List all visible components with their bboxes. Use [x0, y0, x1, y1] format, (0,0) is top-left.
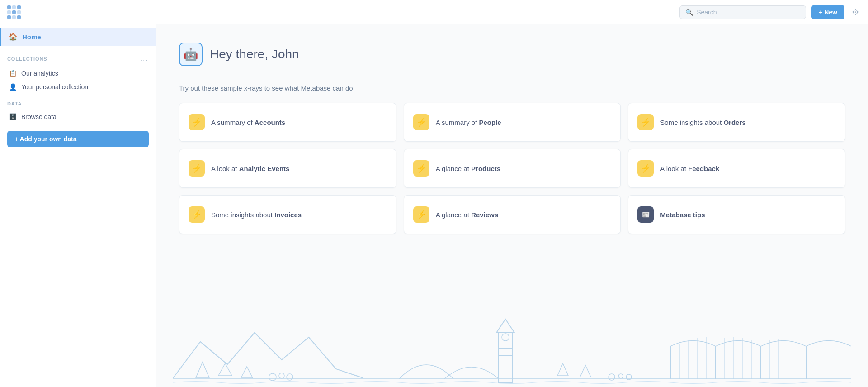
robot-icon: 🤖 [179, 43, 203, 66]
card-reviews[interactable]: ⚡ A glance at Reviews [404, 195, 621, 234]
sidebar-item-personal-collection[interactable]: 👤 Your personal collection [7, 80, 149, 94]
svg-marker-0 [196, 362, 209, 378]
background-illustration [156, 296, 868, 387]
logo [7, 5, 21, 19]
svg-point-31 [618, 374, 623, 378]
sidebar-item-home[interactable]: 🏠 Home [0, 28, 156, 46]
card-products[interactable]: ⚡ A glance at Products [404, 149, 621, 188]
bolt-icon: ⚡ [637, 114, 654, 130]
main-layout: 🏠 Home COLLECTIONS ... 📋 Our analytics 👤… [0, 24, 868, 387]
database-icon: 🗄️ [9, 113, 17, 120]
navbar: 🔍 + New ⚙ [0, 0, 868, 24]
card-label: A look at Feedback [660, 165, 719, 172]
new-button[interactable]: + New [811, 5, 844, 19]
svg-marker-2 [241, 367, 253, 378]
bolt-icon: ⚡ [189, 160, 205, 177]
bolt-icon: ⚡ [189, 114, 205, 130]
card-label: Some insights about Invoices [211, 211, 302, 219]
bolt-icon: ⚡ [637, 160, 654, 177]
collection-icon: 📋 [9, 70, 17, 77]
search-icon: 🔍 [685, 9, 693, 16]
bolt-icon: ⚡ [413, 160, 429, 177]
svg-marker-1 [218, 363, 232, 376]
content-area: 🤖 Hey there, John Try out these sample x… [156, 24, 868, 387]
card-metabase-tips[interactable]: 📰 Metabase tips [628, 195, 845, 234]
person-icon: 👤 [9, 83, 17, 91]
card-people[interactable]: ⚡ A summary of People [404, 103, 621, 142]
card-feedback[interactable]: ⚡ A look at Feedback [628, 149, 845, 188]
search-bar: 🔍 [679, 5, 806, 19]
card-label: A summary of People [436, 119, 501, 126]
card-label: A look at Analytic Events [211, 165, 289, 172]
personal-collection-label: Your personal collection [21, 83, 88, 91]
svg-point-32 [626, 374, 632, 380]
sample-intro: Try out these sample x-rays to see what … [179, 84, 845, 92]
data-section: DATA 🗄️ Browse data [0, 101, 156, 124]
bolt-icon: ⚡ [413, 114, 429, 130]
svg-point-5 [287, 374, 293, 380]
collections-section: COLLECTIONS ... 📋 Our analytics 👤 Your p… [0, 55, 156, 94]
card-label: Some insights about Orders [660, 119, 745, 126]
card-label: Metabase tips [660, 211, 705, 219]
data-title: DATA [7, 101, 22, 106]
logo-icon [7, 5, 21, 19]
svg-point-8 [502, 334, 509, 341]
svg-point-30 [609, 374, 615, 380]
card-label: A summary of Accounts [211, 119, 285, 126]
sidebar-item-our-analytics[interactable]: 📋 Our analytics [7, 67, 149, 80]
svg-rect-6 [499, 333, 512, 382]
card-invoices[interactable]: ⚡ Some insights about Invoices [179, 195, 396, 234]
settings-icon[interactable]: ⚙ [850, 5, 861, 19]
bolt-icon: ⚡ [189, 206, 205, 223]
card-label: A glance at Products [436, 165, 500, 172]
sidebar-item-browse-data[interactable]: 🗄️ Browse data [7, 110, 149, 124]
sidebar-home-label: Home [22, 33, 41, 41]
svg-marker-7 [496, 319, 514, 333]
svg-point-4 [279, 373, 284, 378]
svg-point-3 [269, 373, 276, 381]
card-analytic-events[interactable]: ⚡ A look at Analytic Events [179, 149, 396, 188]
browse-data-label: Browse data [21, 113, 57, 120]
card-orders[interactable]: ⚡ Some insights about Orders [628, 103, 845, 142]
collections-title: COLLECTIONS [7, 56, 47, 62]
cards-grid: ⚡ A summary of Accounts ⚡ A summary of P… [179, 103, 845, 234]
bookmark-icon: 📰 [637, 206, 654, 223]
our-analytics-label: Our analytics [21, 70, 58, 77]
home-icon: 🏠 [9, 33, 18, 41]
svg-marker-28 [557, 363, 568, 376]
collections-menu[interactable]: ... [140, 55, 149, 63]
bolt-icon: ⚡ [413, 206, 429, 223]
add-data-button[interactable]: + Add your own data [7, 131, 149, 147]
search-input[interactable] [697, 9, 800, 16]
svg-marker-29 [580, 365, 591, 377]
sidebar: 🏠 Home COLLECTIONS ... 📋 Our analytics 👤… [0, 24, 156, 387]
welcome-header: 🤖 Hey there, John [179, 43, 845, 66]
card-label: A glance at Reviews [436, 211, 498, 219]
welcome-title: Hey there, John [210, 47, 299, 62]
card-accounts[interactable]: ⚡ A summary of Accounts [179, 103, 396, 142]
